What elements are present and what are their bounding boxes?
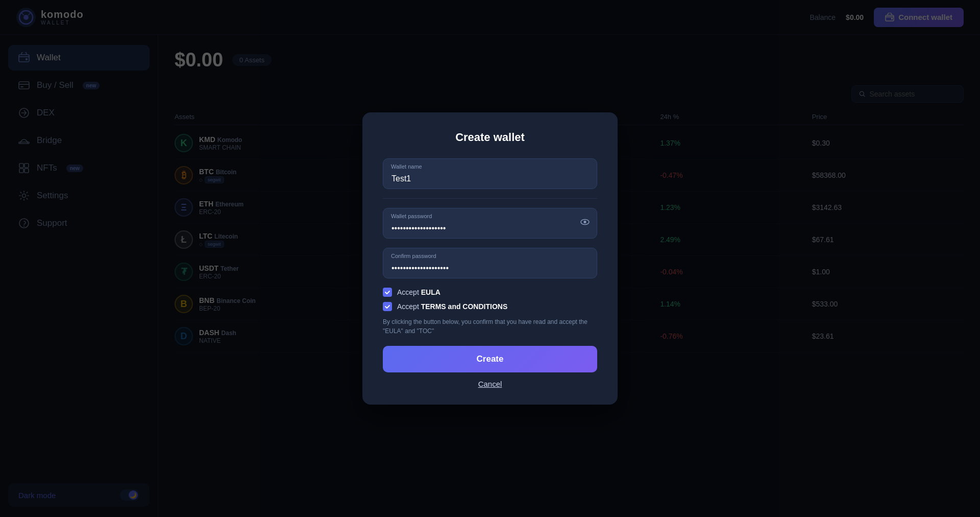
- modal-overlay: Create wallet Wallet name Wallet passwor…: [0, 0, 980, 517]
- checkmark-icon-2: [384, 303, 390, 310]
- confirm-password-field-wrap: Confirm password: [383, 248, 597, 278]
- accept-toc-checkbox[interactable]: [383, 302, 392, 311]
- checkmark-icon: [384, 289, 390, 295]
- confirm-text: By clicking the button below, you confir…: [383, 317, 597, 336]
- wallet-password-field-wrap: Wallet password: [383, 208, 597, 239]
- svg-point-23: [584, 221, 586, 223]
- cancel-button[interactable]: Cancel: [383, 380, 597, 388]
- accept-eula-row: Accept EULA: [383, 288, 597, 297]
- confirm-password-input[interactable]: [383, 248, 597, 278]
- create-wallet-modal: Create wallet Wallet name Wallet passwor…: [362, 112, 618, 405]
- accept-eula-checkbox[interactable]: [383, 288, 392, 297]
- modal-divider-1: [383, 198, 597, 199]
- accept-toc-row: Accept TERMS and CONDITIONS: [383, 302, 597, 311]
- accept-toc-label: Accept TERMS and CONDITIONS: [397, 302, 507, 311]
- create-wallet-button[interactable]: Create: [383, 346, 597, 372]
- wallet-name-input[interactable]: [383, 158, 597, 189]
- modal-title: Create wallet: [383, 131, 597, 144]
- toggle-password-visibility-button[interactable]: [580, 217, 590, 230]
- wallet-name-field-wrap: Wallet name: [383, 158, 597, 189]
- accept-eula-label: Accept EULA: [397, 288, 440, 296]
- wallet-password-input[interactable]: [383, 208, 597, 239]
- eye-icon: [580, 217, 590, 227]
